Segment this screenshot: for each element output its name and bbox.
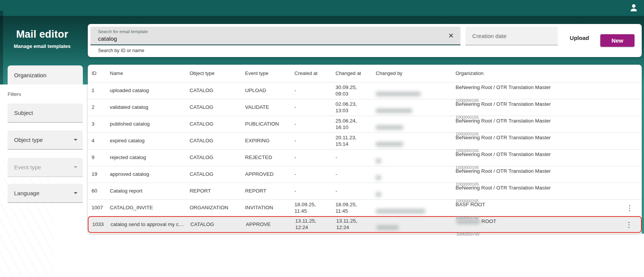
filter-field-label: Language — [14, 190, 40, 196]
column-header-object-type: Object type — [190, 70, 245, 76]
column-header-event-type: Event type — [245, 70, 294, 76]
cell-name: rejected catalog — [110, 154, 190, 161]
filter-field-language[interactable]: Language — [8, 184, 83, 203]
cell-created-at: - — [294, 88, 335, 94]
cell-object-type: ORGANIZATION — [190, 205, 245, 211]
cell-name: Catalog report — [110, 188, 190, 194]
creation-date-field[interactable]: Creation date — [465, 27, 558, 45]
cell-changed-at: - — [335, 188, 376, 194]
chevron-down-icon — [74, 192, 78, 194]
column-header-changed-by: Changed by — [376, 70, 456, 76]
redacted-changed-by — [376, 108, 412, 113]
column-header-created-at: Created at — [294, 70, 335, 76]
cell-created-at: - — [294, 121, 335, 127]
cell-event-type: INVITATION — [245, 205, 294, 211]
table-row[interactable]: 1033 catalog send to approval my co… CAT… — [88, 216, 642, 233]
redacted-changed-by — [376, 92, 421, 96]
cell-id: 1 — [92, 88, 110, 94]
filter-field-label: Subject — [14, 110, 33, 116]
cell-name: uploaded catalog — [110, 88, 190, 94]
redacted-changed-by — [376, 159, 381, 163]
app-subtitle: Manage email templates — [0, 43, 84, 49]
filter-field-label: Object type — [14, 137, 43, 143]
cell-changed-by — [376, 168, 456, 181]
filter-field-object-type[interactable]: Object type — [8, 131, 83, 150]
cell-object-type: CATALOG — [190, 171, 245, 178]
cell-event-type: APPROVE — [246, 221, 295, 228]
cell-id: 19 — [92, 171, 110, 178]
person-icon — [629, 3, 639, 13]
cell-changed-by — [376, 185, 456, 198]
cell-event-type: UPLOAD — [245, 88, 294, 94]
templates-table: IDNameObject typeEvent typeCreated atCha… — [88, 65, 642, 234]
cell-object-type: CATALOG — [190, 104, 245, 111]
cell-object-type: CATALOG — [190, 88, 245, 94]
cell-changed-at: - — [335, 154, 376, 161]
cell-changed-by — [376, 151, 456, 164]
sidebar-tab-organization[interactable]: Organization — [8, 65, 83, 84]
app-title: Mail editor — [0, 29, 84, 40]
cell-changed-by — [376, 84, 456, 97]
cell-id: 9 — [92, 154, 110, 161]
chevron-down-icon — [74, 166, 78, 168]
filters-label: Filters — [8, 91, 21, 97]
cell-event-type: APPROVED — [245, 171, 294, 178]
organization-name: ROOT — [456, 212, 622, 225]
redacted-changed-by — [376, 142, 403, 146]
redacted-changed-by — [377, 225, 399, 230]
cell-changed-at: 02.06.23, 13:03 — [335, 101, 376, 114]
column-header-name: Name — [110, 70, 190, 76]
sidebar: Mail editor Manage email templates Organ… — [0, 16, 84, 277]
redacted-changed-by — [376, 192, 381, 197]
cell-id: 3 — [92, 121, 110, 127]
app-topbar — [0, 0, 644, 16]
cell-event-type: PUBLICATION — [245, 121, 294, 127]
cell-object-type: CATALOG — [190, 138, 245, 144]
cell-created-at: 13.11.25, 12:24 — [295, 218, 336, 231]
cell-name: validated catalog — [110, 104, 190, 111]
cell-object-type: REPORT — [190, 188, 245, 194]
user-account-icon[interactable] — [629, 3, 639, 13]
cell-changed-by — [376, 101, 456, 114]
cell-changed-at: 20.11.23, 15:14 — [335, 135, 376, 148]
cell-id: 4 — [92, 138, 110, 144]
cell-organization: ROOT 1000003792 — [456, 205, 626, 244]
cell-id: 1007 — [92, 205, 110, 211]
cell-name: CATALOG_INVITE — [110, 205, 190, 211]
cell-changed-at: 18.09.25, 11:45 — [335, 202, 376, 215]
cell-created-at: - — [294, 188, 335, 194]
search-input[interactable]: Search for email template catalog ✕ — [90, 27, 460, 45]
clear-search-icon[interactable]: ✕ — [446, 31, 456, 41]
chevron-down-icon — [74, 139, 78, 141]
cell-name: approved catalog — [110, 171, 190, 178]
toolbar-card: Search for email template catalog ✕ Sear… — [88, 24, 642, 57]
cell-changed-at: 30.09.25, 09:03 — [335, 84, 376, 97]
cell-changed-at: - — [335, 171, 376, 178]
cell-event-type: REJECTED — [245, 154, 294, 161]
cell-object-type: CATALOG — [190, 221, 246, 228]
cell-object-type: CATALOG — [190, 121, 245, 127]
cell-id: 1033 — [92, 221, 111, 228]
filter-field-subject[interactable]: Subject — [8, 103, 83, 123]
upload-button[interactable]: Upload — [562, 32, 597, 44]
redacted-changed-by — [376, 175, 381, 180]
column-header-id: ID — [92, 70, 110, 76]
cell-changed-by — [376, 202, 456, 215]
cell-name: catalog send to approval my co… — [111, 221, 190, 228]
organization-code: 1000003792 — [456, 232, 622, 237]
cell-created-at: - — [294, 104, 335, 111]
cell-id: 60 — [92, 188, 110, 194]
redacted-org-prefix — [456, 219, 480, 224]
new-button[interactable]: New — [600, 34, 635, 47]
cell-id: 2 — [92, 104, 110, 111]
filter-field-event-type[interactable]: Event type — [8, 158, 83, 177]
cell-changed-by — [377, 218, 456, 231]
filter-field-label: Event type — [14, 164, 41, 170]
cell-event-type: REPORT — [245, 188, 294, 194]
cell-changed-by — [376, 135, 456, 148]
search-hint: Search by ID or name — [98, 48, 144, 53]
kebab-menu-icon[interactable]: ⋮ — [623, 220, 635, 230]
cell-object-type: CATALOG — [190, 154, 245, 161]
cell-created-at: - — [294, 154, 335, 161]
right-edge-gradient — [642, 84, 644, 234]
